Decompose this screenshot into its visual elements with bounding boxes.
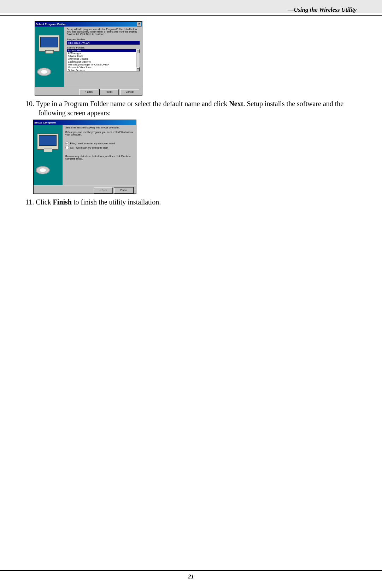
step-number: 10.	[25, 100, 34, 108]
back-button: < Back	[94, 188, 113, 194]
radio-label: Yes, I want to restart my computer now.	[70, 142, 115, 145]
existing-folders-listbox[interactable]: Accessories APManager BitWare Icons Chey…	[67, 49, 140, 71]
next-button[interactable]: Next >	[100, 89, 119, 95]
dialog-select-program-folder: Select Program Folder ✕ Setup will add p…	[35, 21, 142, 96]
monitor-icon	[39, 35, 60, 51]
button-row: < Back Finish	[34, 185, 136, 196]
step-text-pre: Click	[36, 198, 53, 206]
step-number: 11.	[25, 198, 34, 206]
setup-text-1: Setup has finished copying files to your…	[65, 126, 134, 129]
step-11: 11. Click Finish to finish the utility i…	[25, 197, 357, 207]
radio-label: No, I will restart my computer later.	[70, 146, 108, 149]
list-item[interactable]: Online Services	[67, 69, 140, 71]
scrollbar[interactable]: ▲ ▼	[136, 49, 140, 71]
wizard-sidebar	[34, 125, 63, 185]
step-text-pre: Type in a Program Folder name or select …	[36, 100, 229, 108]
label-existing-folders: Existing Folders:	[67, 46, 140, 49]
list-item[interactable]: Mail Setup Manager for CASSIOPEIA	[67, 63, 140, 66]
close-button[interactable]: ✕	[137, 22, 141, 27]
program-folder-value: IEEE 802.11 WLAN	[68, 42, 89, 44]
list-item[interactable]: Microsoft Office Tools	[67, 66, 140, 69]
monitor-icon	[37, 133, 58, 150]
list-item[interactable]: BitWare Icons	[67, 55, 140, 58]
step-10: 10. Type in a Program Folder name or sel…	[25, 99, 357, 117]
step-text-post: to finish the utility installation.	[72, 198, 161, 206]
intro-text: Setup will add program icons to the Prog…	[67, 28, 140, 35]
dialog-body: Setup will add program icons to the Prog…	[35, 27, 142, 87]
step-text-bold: Next	[229, 100, 243, 108]
radio-restart-later[interactable]: No, I will restart my computer later.	[65, 146, 134, 149]
document-page: —Using the Wireless Utility Select Progr…	[0, 0, 382, 588]
label-program-folders: Program Folders:	[67, 38, 140, 41]
step-text-bold: Finish	[53, 198, 72, 206]
list-item[interactable]: Accessories	[67, 49, 140, 52]
titlebar: Select Program Folder ✕	[35, 22, 142, 27]
list-item[interactable]: ExpertColor MediPro	[67, 60, 140, 63]
radio-restart-now[interactable]: Yes, I want to restart my computer now.	[65, 142, 134, 145]
right-panel: Setup will add program icons to the Prog…	[64, 27, 142, 87]
radio-dot-icon	[65, 142, 69, 145]
radio-dot-icon	[65, 146, 69, 149]
cancel-button[interactable]: Cancel	[120, 89, 139, 95]
wizard-sidebar	[35, 27, 64, 87]
titlebar-text: Setup Complete	[34, 121, 56, 124]
titlebar-text: Select Program Folder	[36, 23, 66, 26]
cd-icon	[36, 166, 50, 174]
titlebar: Setup Complete	[34, 120, 136, 125]
dialog-body: Setup has finished copying files to your…	[34, 125, 136, 185]
dialog-setup-complete: Setup Complete Setup has finished copyin…	[33, 120, 136, 194]
right-panel: Setup has finished copying files to your…	[63, 125, 136, 185]
divider-top	[0, 15, 382, 16]
divider-bottom	[0, 570, 382, 571]
list-item[interactable]: Cheyenne BitWare	[67, 58, 140, 60]
page-number: 21	[0, 573, 382, 580]
scroll-up-button[interactable]: ▲	[136, 49, 140, 53]
list-item[interactable]: APManager	[67, 52, 140, 55]
scroll-down-button[interactable]: ▼	[136, 67, 140, 71]
setup-text-2: Before you can use the program, you must…	[65, 131, 134, 136]
finish-button[interactable]: Finish	[114, 188, 133, 194]
back-button[interactable]: < Back	[79, 89, 98, 95]
button-row: < Back Next > Cancel	[35, 87, 142, 97]
page-content: Select Program Folder ✕ Setup will add p…	[25, 21, 357, 209]
cd-icon	[37, 68, 51, 76]
setup-text-3: Remove any disks from their drives, and …	[65, 155, 134, 160]
header-title: —Using the Wireless Utility	[288, 6, 357, 13]
program-folder-input[interactable]: IEEE 802.11 WLAN	[67, 41, 140, 45]
